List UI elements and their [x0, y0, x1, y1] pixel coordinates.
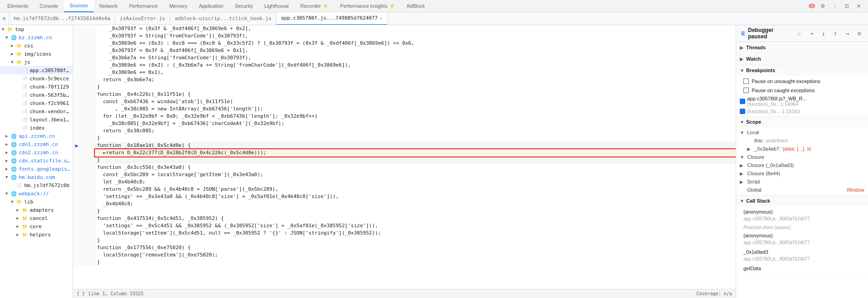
tab-application[interactable]: Application — [193, 0, 230, 12]
breakpoint-gutter[interactable] — [73, 208, 80, 215]
tree-item-cdn1[interactable]: ▶ 🌐 cdn1.zzzmh.cn — [0, 140, 73, 148]
tree-item-chunk2[interactable]: 📄 chunk-70f1129 — [0, 83, 73, 91]
step-over-btn[interactable]: ↷ — [807, 28, 817, 38]
more-vert-icon[interactable]: ⋮ — [831, 2, 839, 10]
breakpoint-gutter[interactable] — [73, 157, 80, 164]
callstack-item-4[interactable]: getData — [736, 264, 868, 273]
tree-item-index[interactable]: 📄 index — [0, 124, 73, 132]
tab-memory[interactable]: Memory — [164, 0, 193, 12]
tree-item-adapters[interactable]: ▶ 📁 adapters — [0, 206, 73, 214]
tree-item-app-js[interactable]: 📄 app.c305780f.js — [0, 66, 73, 74]
bp-item-2[interactable]: (function(_0x... 1:19293 — [736, 108, 868, 115]
tree-item-lib[interactable]: ▼ 📁 lib — [0, 198, 73, 206]
sidebar-toggle[interactable]: ≡ — [0, 12, 9, 25]
tree-item-baidu[interactable]: ▼ 🌐 hm.baidu.com — [0, 173, 73, 181]
breakpoint-gutter[interactable] — [73, 98, 80, 105]
tree-item-chunk4[interactable]: 📄 chunk-f2c9961 — [0, 99, 73, 107]
file-tab-axios[interactable]: isAxiosError.js — [115, 12, 170, 25]
tree-item-css[interactable]: ▶ 📁 css — [0, 42, 73, 50]
pause-caught-item[interactable]: Pause on caught exceptions — [736, 86, 868, 95]
tree-item-helpers[interactable]: ▶ 📁 helpers — [0, 230, 73, 239]
tree-item-fonts[interactable]: ▶ 🌐 fonts.googleapis.co — [0, 165, 73, 173]
scope-this[interactable]: this: undefined — [736, 136, 868, 145]
step-out-btn[interactable]: ↑ — [831, 28, 841, 38]
tree-item-cdn-static[interactable]: ▶ 🌐 cdn.staticfile.org — [0, 157, 73, 165]
breakpoint-gutter[interactable] — [73, 171, 80, 178]
tree-item-api[interactable]: ▶ 🌐 api.zzzmh.cn — [0, 132, 73, 140]
tree-item-webpack[interactable]: ▼ 🌐 webpack:// — [0, 189, 73, 198]
tree-item-cdn2[interactable]: ▶ 🌐 cdn2.zzzmh.cn — [0, 148, 73, 157]
tree-item-top[interactable]: ▼ 📁 top — [0, 25, 73, 33]
breakpoint-gutter[interactable] — [73, 200, 80, 208]
scope-closure3[interactable]: ▶ Closure (8e44) — [736, 169, 868, 178]
callstack-item-3[interactable]: _0x1a9ad3 app.c305780f.js...9085d7624077 — [736, 247, 868, 264]
scope-local[interactable]: ▼ Local — [736, 128, 868, 136]
breakpoint-gutter[interactable] — [73, 113, 80, 120]
close-tab-icon[interactable]: ✕ — [380, 16, 382, 21]
breakpoint-gutter[interactable] — [73, 120, 80, 127]
tree-item-chunk1[interactable]: 📄 chunk-5c9ecce — [0, 74, 73, 83]
tree-item-bz[interactable]: ▼ 🌐 bz.zzzmh.cn — [0, 33, 73, 42]
settings-icon[interactable]: ⚙ — [819, 2, 827, 10]
tab-sources[interactable]: Sources — [64, 0, 94, 12]
breakpoint-gutter[interactable] — [73, 237, 80, 244]
breakpoint-gutter[interactable] — [73, 135, 80, 142]
breakpoint-gutter[interactable] — [73, 244, 80, 251]
scope-closure[interactable]: ▼ Closure — [736, 153, 868, 161]
tree-item-img[interactable]: ▶ 📁 img/icons — [0, 50, 73, 58]
breakpoint-gutter[interactable] — [73, 32, 80, 40]
tab-performance[interactable]: Performance — [124, 0, 164, 12]
breakpoint-gutter[interactable] — [73, 84, 80, 91]
breakpoint-gutter[interactable] — [73, 91, 80, 98]
tab-console[interactable]: Console — [34, 0, 64, 12]
callstack-item-1[interactable]: (anonymous) app.c305780f.js...9085d76240… — [736, 207, 868, 224]
tab-elements[interactable]: Elements — [2, 0, 34, 12]
threads-section-header[interactable]: ▶ Threads — [736, 42, 868, 53]
scope-script[interactable]: ▶ Script — [736, 178, 868, 186]
scope-closure2[interactable]: ▶ Closure (_0x1a9ad3) — [736, 161, 868, 169]
undock-icon[interactable]: ⊡ — [842, 2, 851, 10]
breakpoint-gutter[interactable] — [73, 193, 80, 200]
pause-uncaught-checkbox[interactable] — [743, 78, 749, 84]
breakpoint-gutter[interactable] — [73, 149, 80, 157]
breakpoint-gutter[interactable]: ▶ — [73, 142, 80, 149]
tree-item-chunk3[interactable]: 📄 chunk-563f5bf. — [0, 91, 73, 99]
callstack-header[interactable]: ▼ Call Stack — [736, 195, 868, 206]
callstack-item-2[interactable]: (anonymous) app.c305780f.js...9085d76240… — [736, 231, 868, 247]
tab-adblock[interactable]: AdBlock — [401, 0, 431, 12]
bp-item-1[interactable]: app.c305780f.js?_WB_R... (function(_0x..… — [736, 95, 868, 108]
watch-section-header[interactable]: ▶ Watch — [736, 53, 868, 64]
breakpoint-gutter[interactable] — [73, 76, 80, 84]
file-tab-adblock[interactable]: adblock-uiscrip...tclick_hook.js — [170, 12, 277, 25]
tab-security[interactable]: Security — [229, 0, 259, 12]
breakpoint-gutter[interactable] — [73, 54, 80, 62]
pause-caught-checkbox[interactable] — [743, 88, 749, 93]
breakpoint-gutter[interactable] — [73, 251, 80, 259]
tab-network[interactable]: Network — [94, 0, 124, 12]
tree-item-chunk-vendors[interactable]: 📄 chunk-vendors- — [0, 107, 73, 115]
file-tab-app[interactable]: app.c305780f.js...749085d7624077 ✕ — [277, 12, 387, 25]
breakpoint-gutter[interactable] — [73, 40, 80, 47]
step-btn[interactable]: → — [842, 28, 852, 38]
pause-uncaught-item[interactable]: Pause on uncaught exceptions — [736, 77, 868, 86]
tab-recorder[interactable]: Recorder ⚡ — [295, 0, 335, 12]
breakpoint-gutter[interactable] — [73, 164, 80, 171]
breakpoint-gutter[interactable] — [73, 178, 80, 186]
scope-var1[interactable]: ▶ _0x3a4ab7: {data: {...}, st — [736, 145, 868, 153]
tree-item-core[interactable]: ▶ 📁 core — [0, 222, 73, 230]
close-icon[interactable]: ✕ — [854, 2, 863, 10]
breakpoint-gutter[interactable] — [73, 105, 80, 113]
breakpoint-gutter[interactable] — [73, 127, 80, 135]
file-tab-hm[interactable]: hm.js?df7672c0b...f27435814d4e4a — [9, 12, 115, 25]
tree-item-cancel[interactable]: ▶ 📁 cancel — [0, 214, 73, 222]
breakpoint-gutter[interactable] — [73, 215, 80, 222]
tab-performance-insights[interactable]: Performance insights ⚡ — [335, 0, 401, 12]
breakpoint-gutter[interactable] — [73, 259, 80, 266]
breakpoint-gutter[interactable] — [73, 62, 80, 69]
tree-item-js[interactable]: ▼ 📁 js — [0, 58, 73, 66]
resume-btn[interactable]: ▶ — [795, 28, 805, 38]
tab-lighthouse[interactable]: Lighthouse — [259, 0, 295, 12]
breakpoint-gutter[interactable] — [73, 186, 80, 193]
step-into-btn[interactable]: ↓ — [819, 28, 829, 38]
breakpoints-section-header[interactable]: ▼ Breakpoints — [736, 65, 868, 76]
